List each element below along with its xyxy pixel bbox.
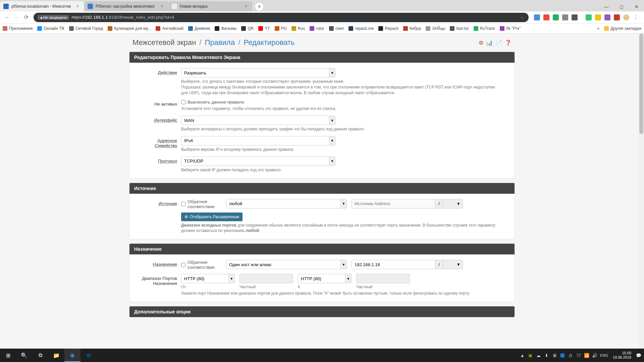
search-button[interactable]: 🔍 [16, 349, 32, 362]
checkbox-src-invert[interactable] [181, 202, 185, 206]
bookmark-item[interactable]: rutor [310, 26, 324, 31]
apps-button[interactable]: Приложения [3, 26, 33, 31]
file-explorer-button[interactable]: 📁 [48, 349, 64, 362]
scrollbar-thumb[interactable] [639, 34, 643, 134]
bookmark-item[interactable]: Фильмы [215, 26, 236, 31]
label-protocol: Протокол [134, 157, 181, 173]
bookmark-item[interactable]: YT [258, 26, 270, 31]
bookmark-overflow[interactable]: » [597, 26, 599, 31]
tray-icon[interactable]: ▣ [528, 353, 533, 358]
select-port-from[interactable]: HTTP (80)▼ [181, 274, 235, 283]
tray-icon[interactable]: 🔵 [560, 353, 565, 358]
back-button[interactable]: ← [3, 13, 12, 22]
close-icon[interactable]: × [161, 4, 165, 9]
panel-title-edit-rule: Редактировать Правила Межсетевого Экрана [129, 52, 515, 63]
other-bookmarks[interactable]: Другие закладки [604, 26, 641, 31]
chevron-down-icon: ▼ [457, 262, 461, 267]
breadcrumb-link[interactable]: Правила [205, 38, 235, 47]
bookmark-item[interactable]: cwer [329, 26, 344, 31]
help-text: Выберите, что делать с пакетами, которые… [181, 79, 496, 96]
tray-icon[interactable]: 🖥 [552, 353, 557, 358]
minimize-button[interactable]: — [599, 2, 614, 11]
bookmark-item[interactable]: Лк "Ртк" [500, 26, 521, 31]
url-text: https://192.168.1.1:8180/firewall_rules_… [72, 15, 174, 20]
select-destination-mask[interactable]: ▼ [443, 260, 463, 269]
tray-icon[interactable]: 🔊 [592, 353, 597, 358]
select-port-to[interactable]: HTTP (80)▼ [298, 274, 352, 283]
chrome-taskbar-button[interactable]: ◉ [64, 349, 80, 362]
scrollbar[interactable] [639, 34, 644, 349]
clock[interactable]: 15:00 19.06.2019 [611, 351, 633, 360]
tray-icon[interactable]: ▲ [520, 353, 525, 358]
bookmark-item[interactable]: fast-tor [450, 26, 469, 31]
select-destination-type[interactable]: Один хост или алиас▼ [226, 260, 347, 269]
checkbox-dst-invert[interactable] [181, 263, 185, 267]
log-icon[interactable]: 📄 [495, 40, 502, 46]
browser-tab[interactable]: Новая вкладка × [168, 1, 252, 11]
tray-icon[interactable]: 📶 [584, 353, 589, 358]
close-icon[interactable]: × [245, 4, 249, 9]
bookmark-item[interactable]: Кибра [403, 26, 421, 31]
extension-icon[interactable] [581, 14, 582, 20]
stats-icon[interactable]: 📊 [486, 40, 493, 46]
notifications-button[interactable]: 💬 [636, 353, 641, 358]
select-source-mask[interactable]: ▼ [443, 199, 463, 208]
maximize-button[interactable]: ◻ [614, 2, 629, 11]
extension-icon[interactable] [604, 14, 610, 20]
task-view-button[interactable]: ⧉ [32, 349, 48, 362]
bookmark-item[interactable]: Сетевой Город [69, 26, 103, 31]
extension-icon[interactable] [543, 14, 549, 20]
bookmark-item[interactable]: QR [241, 26, 254, 31]
input-port-from-custom [239, 274, 293, 283]
address-bar[interactable]: ▲ Не защищено https://192.168.1.1:8180/f… [34, 13, 529, 22]
input-destination-address[interactable] [352, 260, 435, 269]
select-address-family[interactable]: IPv4▼ [181, 136, 335, 145]
extension-icon[interactable] [562, 14, 568, 20]
tray-icon[interactable]: ☁ [536, 353, 541, 358]
label-action: Действие [134, 68, 181, 96]
bookmark-item[interactable]: Кулинария для му... [108, 26, 151, 31]
bookmark-item[interactable]: RuTrack [474, 26, 495, 31]
help-icon[interactable]: ❓ [505, 40, 512, 46]
extension-icon[interactable] [623, 14, 629, 20]
gear-icon: ⚙ [184, 215, 188, 219]
select-protocol[interactable]: TCP/UDP▼ [181, 157, 335, 166]
new-tab-button[interactable]: + [255, 2, 264, 11]
select-source-type[interactable]: любой▼ [226, 199, 347, 208]
language-indicator[interactable]: ENG [600, 353, 608, 358]
close-window-button[interactable]: ✕ [629, 2, 644, 11]
outlook-taskbar-button[interactable]: ✉ [80, 349, 97, 362]
close-icon[interactable]: × [76, 4, 80, 9]
start-button[interactable]: ⊞ [0, 349, 16, 362]
show-advanced-button[interactable]: ⚙Отобразить Расширенные [181, 213, 243, 221]
extension-icon[interactable] [534, 14, 540, 20]
bookmark-star-icon[interactable]: ☆ [520, 15, 525, 20]
tray-icon[interactable]: ⎙ [568, 353, 573, 358]
breadcrumb-link[interactable]: Редактировать [244, 38, 295, 47]
tray-icon[interactable]: 🛡 [576, 353, 581, 358]
select-action[interactable]: Разрешить▼ [181, 68, 335, 77]
reload-button[interactable]: ⟳ [21, 13, 31, 22]
browser-tab[interactable]: pfSense.localdomain - Межсетев × [0, 1, 84, 11]
bookmark-item[interactable]: Repack [378, 26, 398, 31]
browser-tab[interactable]: PfSense: настройка межсетевог × [84, 1, 168, 11]
label-interface: Интерфейс [134, 116, 181, 132]
bookmark-item[interactable]: repack.me [348, 26, 374, 31]
select-interface[interactable]: WAN▼ [181, 116, 335, 125]
settings-icon[interactable]: ⚙ [479, 40, 483, 46]
bookmark-item[interactable]: ЗАЙцы [426, 26, 445, 31]
clock-time: 15:00 [613, 351, 631, 355]
extension-icon[interactable] [586, 14, 592, 20]
tray-icon[interactable]: ⬇ [544, 353, 549, 358]
extension-icon[interactable] [595, 14, 601, 20]
bookmark-item[interactable]: Rus [291, 26, 305, 31]
bookmark-item[interactable]: Онлайн ТВ [37, 26, 64, 31]
extension-icon[interactable] [553, 14, 559, 20]
bookmark-item[interactable]: Английский [156, 26, 183, 31]
extension-icon[interactable] [614, 14, 620, 20]
bookmark-item[interactable]: Дневник [188, 26, 210, 31]
menu-button[interactable]: ⋮ [633, 14, 639, 20]
bookmark-item[interactable]: PG [275, 26, 287, 31]
checkbox-disable-rule[interactable] [181, 100, 185, 104]
extension-icon[interactable] [572, 14, 578, 20]
